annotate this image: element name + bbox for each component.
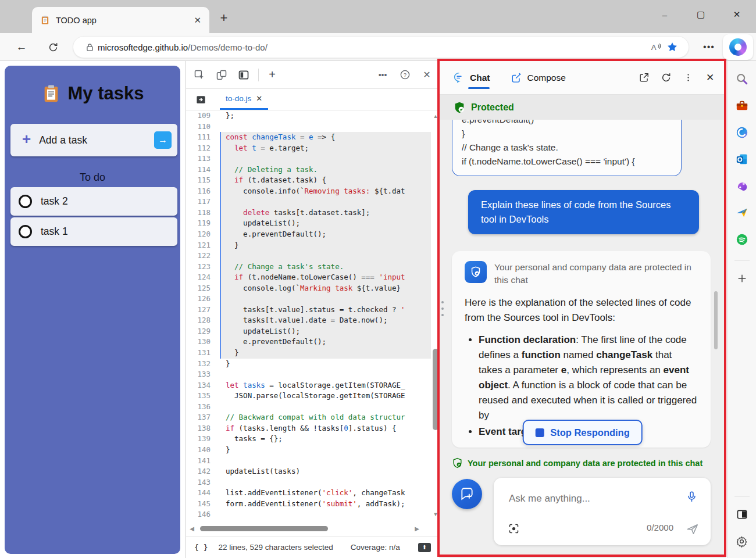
code-line[interactable]: 115 if (t.dataset.task) { [186, 175, 431, 186]
code-line[interactable]: 119 updateList(); [186, 218, 431, 229]
read-aloud-button[interactable]: A [648, 39, 664, 55]
code-line[interactable]: 127 tasks[t.value].status = t.checked ? … [186, 305, 431, 316]
sidebar-sidebar-settings-button[interactable] [732, 531, 752, 551]
code-line[interactable]: 129 updateList(); [186, 326, 431, 337]
devtools-close-button[interactable]: ✕ [418, 66, 436, 84]
code-line[interactable]: 145form.addEventListener('submit', addTa… [186, 499, 431, 510]
code-line[interactable]: 146 [186, 509, 431, 520]
copilot-scrollbar-thumb[interactable] [714, 291, 718, 349]
file-tab-close-button[interactable]: ✕ [256, 94, 262, 103]
code-line[interactable]: 123 // Change a task's state. [186, 262, 431, 273]
sidebar-spotify-button[interactable] [732, 230, 752, 249]
devtools-help-button[interactable]: ? [396, 66, 413, 84]
code-line[interactable]: 121 } [186, 240, 431, 251]
task-item[interactable]: task 1 [10, 217, 177, 246]
sidebar-toolbox-button[interactable] [732, 96, 752, 116]
send-button[interactable] [686, 523, 699, 536]
code-line[interactable]: 112 let t = e.target; [186, 143, 431, 154]
file-tab-to-do-js[interactable]: to-do.js ✕ [220, 89, 268, 110]
code-line[interactable]: 117 [186, 196, 431, 208]
inspect-element-button[interactable] [191, 66, 208, 84]
device-emulation-button[interactable] [213, 66, 230, 84]
task-radio[interactable] [19, 195, 32, 208]
scroll-down-arrow[interactable]: ▼ [432, 512, 439, 517]
code-line[interactable]: 138if (tasks.length && !tasks[0].status)… [186, 423, 431, 434]
code-line[interactable]: 125 console.log(`Marking task ${t.value} [186, 283, 431, 294]
tab-compose[interactable]: Compose [511, 61, 565, 94]
code-line[interactable]: 120 e.preventDefault(); [186, 229, 431, 240]
vertical-scrollbar-thumb[interactable] [433, 349, 438, 430]
code-line[interactable]: 109}; [186, 110, 431, 121]
add-task-submit-button[interactable]: → [154, 131, 172, 149]
horizontal-scrollbar-thumb[interactable] [200, 526, 328, 531]
refresh-button[interactable] [44, 38, 62, 56]
chat-input-box[interactable]: Ask me anything... 0/2000 [494, 478, 711, 545]
tab-chat[interactable]: Chat [453, 61, 490, 94]
copilot-close-button[interactable]: ✕ [701, 69, 719, 87]
address-bar[interactable]: microsoftedge.github.io/Demos/demo-to-do… [73, 36, 689, 58]
code-line[interactable]: 133 [186, 369, 431, 380]
new-topic-button[interactable] [452, 479, 482, 509]
scroll-right-arrow[interactable]: ▶ [411, 525, 423, 532]
code-line[interactable]: 110 [186, 121, 431, 133]
navigator-toggle-button[interactable] [192, 91, 209, 108]
tab-close-button[interactable]: ✕ [194, 15, 201, 26]
code-line[interactable]: 114 // Deleting a task. [186, 164, 431, 176]
sidebar-toggle-sidebar-button[interactable] [732, 505, 752, 524]
add-tool-button[interactable]: + [263, 66, 281, 84]
open-in-new-window-button[interactable] [635, 69, 652, 87]
sidebar-outlook-button[interactable] [732, 149, 752, 169]
settings-more-button[interactable]: ••• [700, 38, 718, 56]
sidebar-drop-button[interactable] [732, 203, 752, 223]
sidebar-resize-handle[interactable] [441, 301, 444, 316]
copilot-toolbar-button[interactable] [723, 34, 753, 60]
sidebar-microsoft-365-button[interactable] [732, 123, 752, 142]
code-line[interactable]: 135 JSON.parse(localStorage.getItem(STOR… [186, 391, 431, 402]
maximize-button[interactable]: ▢ [687, 5, 714, 24]
copilot-refresh-button[interactable] [657, 69, 675, 87]
code-line[interactable]: 116 console.info(`Removing tasks: ${t.da… [186, 186, 431, 197]
code-line[interactable]: 142updateList(tasks) [186, 466, 431, 477]
code-line[interactable]: 122 [186, 251, 431, 262]
copilot-more-button[interactable] [679, 69, 697, 87]
code-line[interactable]: 143 [186, 477, 431, 488]
screenshot-button[interactable] [508, 523, 520, 535]
chat-scroll-area[interactable]: e.preventDefault()}// Change a task's st… [439, 120, 726, 455]
microphone-button[interactable] [686, 491, 698, 503]
code-line[interactable]: 136 [186, 402, 431, 413]
code-line[interactable]: 132} [186, 359, 431, 370]
code-line[interactable]: 137// Backward compat with old data stru… [186, 412, 431, 423]
stop-responding-button[interactable]: Stop Responding [522, 420, 643, 445]
browser-tab[interactable]: TODO app ✕ [32, 7, 209, 33]
devtools-more-button[interactable]: ••• [374, 66, 391, 84]
pretty-print-button[interactable]: { } [194, 543, 208, 552]
horizontal-scrollbar[interactable]: ◀ ▶ [186, 523, 431, 534]
minimize-button[interactable]: – [651, 5, 678, 24]
code-line[interactable]: 124 if (t.nodeName.toLowerCase() === 'in… [186, 272, 431, 283]
task-radio[interactable] [19, 225, 32, 238]
code-lines[interactable]: 109};110111const changeTask = e => {112 … [186, 110, 431, 521]
code-line[interactable]: 111const changeTask = e => { [186, 132, 431, 143]
task-item[interactable]: task 2 [10, 187, 177, 216]
code-line[interactable]: 140} [186, 445, 431, 456]
code-line[interactable]: 113 [186, 153, 431, 164]
new-tab-button[interactable]: + [214, 8, 234, 28]
code-line[interactable]: 130 e.preventDefault(); [186, 337, 431, 348]
code-line[interactable]: 139 tasks = {}; [186, 434, 431, 445]
code-line[interactable]: 134let tasks = localStorage.getItem(STOR… [186, 380, 431, 391]
code-line[interactable]: 131 } [186, 348, 431, 359]
dock-panel-button[interactable] [235, 66, 252, 84]
code-line[interactable]: 128 tasks[t.value].date = Date.now(); [186, 315, 431, 326]
sidebar-add-apps-button[interactable] [732, 269, 752, 288]
code-line[interactable]: 126 [186, 294, 431, 305]
code-line[interactable]: 118 delete tasks[t.dataset.task]; [186, 208, 431, 219]
code-line[interactable]: 141 [186, 456, 431, 467]
window-close-button[interactable]: ✕ [723, 5, 750, 24]
sidebar-designer-button[interactable] [732, 176, 752, 196]
code-line[interactable]: 144list.addEventListener('click', change… [186, 488, 431, 499]
scroll-up-arrow[interactable]: ▲ [432, 113, 439, 119]
back-button[interactable]: ← [13, 38, 30, 56]
scroll-left-arrow[interactable]: ◀ [186, 525, 198, 532]
favorites-button[interactable] [664, 39, 680, 55]
add-task-field[interactable]: + Add a task → [10, 124, 177, 156]
